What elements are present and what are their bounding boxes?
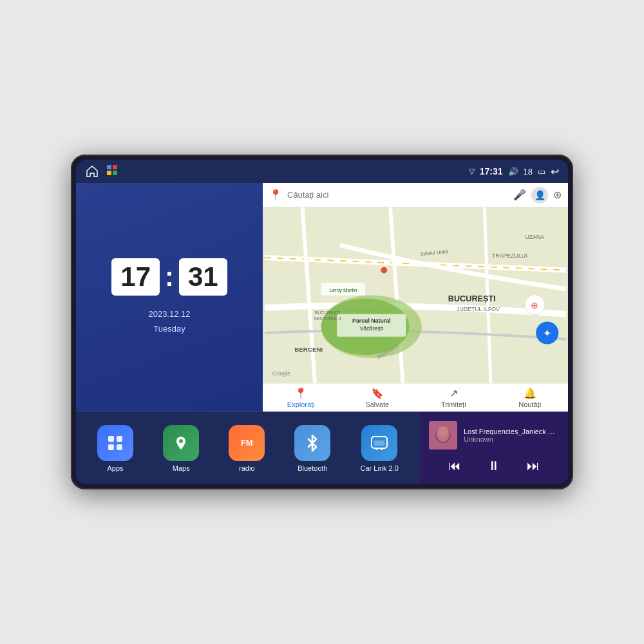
- status-bar: ▽ 17:31 🔊 18 ▭ ↩: [76, 160, 568, 183]
- svg-text:BUCUREȘTI: BUCUREȘTI: [315, 310, 340, 316]
- bluetooth-icon: [294, 425, 330, 461]
- svg-text:✦: ✦: [543, 328, 551, 339]
- map-tab-explorati[interactable]: 📍 Explorați: [263, 387, 339, 408]
- car-head-unit: ▽ 17:31 🔊 18 ▭ ↩ 17 : 31: [71, 155, 573, 489]
- map-area[interactable]: Parcul Natural Văcărești Leroy Merlin BU…: [263, 207, 568, 383]
- svg-text:⊕: ⊕: [531, 301, 538, 310]
- music-text: Lost Frequencies_Janieck Devy-... Unknow…: [464, 428, 559, 443]
- app-item-radio[interactable]: FM radio: [229, 425, 265, 472]
- clock-display: 17 : 31: [111, 258, 227, 296]
- trimiteti-label: Trimiteți: [441, 401, 466, 408]
- svg-rect-2: [107, 171, 111, 175]
- svg-text:Leroy Merlin: Leroy Merlin: [329, 287, 357, 293]
- battery-level: 18: [524, 167, 533, 176]
- svg-text:BERCENI: BERCENI: [294, 346, 323, 353]
- noutati-icon: 🔔: [524, 387, 536, 399]
- trimiteti-icon: ↗: [450, 387, 458, 399]
- svg-point-25: [381, 267, 387, 274]
- svg-rect-29: [108, 444, 114, 450]
- volume-icon: 🔊: [508, 167, 518, 176]
- clock-panel: 17 : 31 2023.12.12 Tuesday: [76, 183, 263, 412]
- music-controls: ⏮ ⏸ ⏭: [429, 456, 559, 476]
- map-tab-salvate[interactable]: 🔖 Salvate: [339, 387, 416, 408]
- svg-rect-30: [117, 444, 122, 450]
- svg-rect-34: [375, 448, 378, 450]
- signal-icon: ▽: [469, 167, 475, 176]
- svg-rect-35: [381, 448, 383, 450]
- app-item-apps[interactable]: Apps: [97, 425, 133, 472]
- svg-text:Parcul Natural: Parcul Natural: [352, 317, 390, 324]
- explorati-icon: 📍: [294, 387, 307, 399]
- maps-logo-icon: 📍: [269, 189, 282, 201]
- svg-rect-3: [113, 171, 117, 175]
- music-panel: Lost Frequencies_Janieck Devy-... Unknow…: [420, 412, 568, 484]
- layers-icon[interactable]: ⊛: [553, 189, 562, 201]
- account-icon[interactable]: 👤: [531, 187, 548, 204]
- map-search-input[interactable]: [287, 190, 508, 200]
- svg-point-39: [437, 426, 450, 442]
- map-tab-trimiteti[interactable]: ↗ Trimiteți: [415, 387, 492, 408]
- music-info-row: Lost Frequencies_Janieck Devy-... Unknow…: [429, 421, 559, 450]
- prev-button[interactable]: ⏮: [443, 456, 466, 476]
- home-button[interactable]: [85, 164, 99, 178]
- mic-icon[interactable]: 🎤: [513, 189, 526, 201]
- svg-text:JUDEȚUL ILFOV: JUDEȚUL ILFOV: [457, 306, 500, 312]
- maps-label: Maps: [173, 464, 190, 472]
- clock-date: 2023.12.12 Tuesday: [148, 307, 190, 336]
- apps-label: Apps: [108, 464, 124, 472]
- map-tab-noutati[interactable]: 🔔 Noutăți: [492, 387, 569, 408]
- clock-hour: 17: [111, 258, 160, 296]
- music-title: Lost Frequencies_Janieck Devy-...: [464, 428, 559, 435]
- map-search-bar: 📍 🎤 👤 ⊛: [263, 183, 568, 207]
- svg-text:Văcărești: Văcărești: [359, 325, 383, 332]
- svg-rect-27: [108, 436, 114, 442]
- app-item-carlink[interactable]: Car Link 2.0: [361, 425, 399, 472]
- app-item-bluetooth[interactable]: Bluetooth: [294, 425, 330, 472]
- svg-text:BUCUREȘTI: BUCUREȘTI: [448, 294, 496, 303]
- noutati-label: Noutăți: [518, 401, 541, 408]
- salvate-label: Salvate: [365, 401, 389, 408]
- radio-icon: FM: [229, 425, 265, 461]
- apps-row: Apps Maps: [76, 412, 420, 484]
- salvate-icon: 🔖: [371, 387, 384, 399]
- svg-text:SECTORUL 4: SECTORUL 4: [314, 317, 341, 321]
- apps-icon: [97, 425, 133, 461]
- music-artist: Unknown: [464, 435, 559, 443]
- svg-text:UZANA: UZANA: [525, 234, 544, 240]
- bottom-row: Apps Maps: [76, 412, 568, 484]
- next-button[interactable]: ⏭: [522, 456, 545, 476]
- status-right: ▽ 17:31 🔊 18 ▭ ↩: [469, 166, 559, 178]
- carlink-label: Car Link 2.0: [361, 464, 399, 472]
- main-content: 17 : 31 2023.12.12 Tuesday 📍 🎤: [76, 183, 568, 484]
- status-left: [85, 164, 118, 179]
- svg-text:TRAPEZULUI: TRAPEZULUI: [492, 252, 527, 259]
- play-pause-button[interactable]: ⏸: [482, 456, 506, 476]
- device-screen: ▽ 17:31 🔊 18 ▭ ↩ 17 : 31: [76, 160, 568, 484]
- svg-point-31: [179, 439, 183, 443]
- map-bottom-bar: 📍 Explorați 🔖 Salvate ↗ Trimiteți 🔔: [263, 383, 568, 412]
- svg-rect-28: [117, 436, 122, 442]
- carlink-icon: [361, 425, 397, 461]
- clock-colon: :: [165, 263, 174, 290]
- back-button[interactable]: ↩: [551, 166, 559, 178]
- music-thumbnail: [429, 421, 457, 450]
- radio-label: radio: [239, 464, 254, 472]
- maps-shortcut-icon[interactable]: [106, 164, 118, 179]
- maps-icon: [163, 425, 199, 461]
- svg-rect-1: [113, 165, 117, 169]
- app-item-maps[interactable]: Maps: [163, 425, 199, 472]
- top-panels: 17 : 31 2023.12.12 Tuesday 📍 🎤: [76, 183, 568, 412]
- svg-text:Google: Google: [272, 370, 290, 377]
- date-display: 2023.12.12: [148, 307, 190, 321]
- bluetooth-label: Bluetooth: [298, 464, 327, 472]
- battery-icon: ▭: [538, 167, 545, 176]
- time-display: 17:31: [480, 166, 503, 176]
- svg-rect-0: [107, 165, 111, 169]
- svg-rect-33: [374, 440, 384, 446]
- clock-minute: 31: [179, 258, 227, 296]
- explorati-label: Explorați: [287, 401, 315, 408]
- day-display: Tuesday: [148, 322, 190, 336]
- map-panel[interactable]: 📍 🎤 👤 ⊛: [263, 183, 568, 412]
